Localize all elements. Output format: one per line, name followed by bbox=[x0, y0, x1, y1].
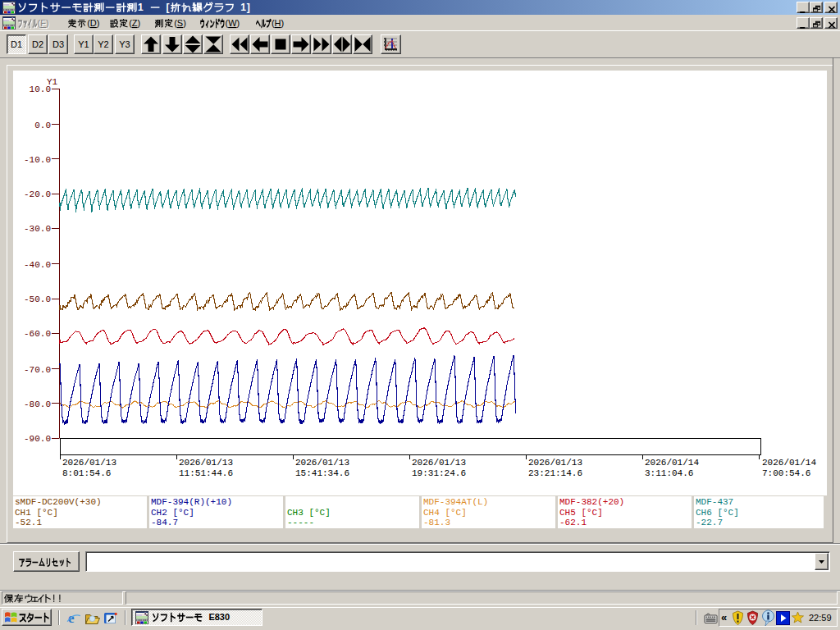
svg-text:(W): (W) bbox=[226, 18, 240, 28]
svg-text:-50.0: -50.0 bbox=[24, 294, 51, 304]
svg-text:]: ] bbox=[247, 2, 250, 13]
svg-text:1: 1 bbox=[240, 2, 246, 13]
svg-text:-90.0: -90.0 bbox=[24, 434, 51, 444]
svg-text:0.0: 0.0 bbox=[34, 121, 51, 130]
svg-text:-40.0: -40.0 bbox=[24, 260, 51, 270]
svg-text:[: [ bbox=[167, 2, 170, 13]
svg-text:E830: E830 bbox=[208, 612, 230, 622]
svg-text:(H): (H) bbox=[272, 18, 284, 28]
svg-text:1: 1 bbox=[138, 2, 144, 13]
svg-text:(Z): (Z) bbox=[129, 18, 140, 28]
svg-text:Y1: Y1 bbox=[47, 77, 58, 87]
svg-text:(S): (S) bbox=[174, 18, 186, 28]
svg-text:(F): (F) bbox=[38, 18, 49, 28]
svg-text:-60.0: -60.0 bbox=[24, 329, 51, 339]
svg-text:-10.0: -10.0 bbox=[24, 155, 51, 165]
svg-text:-30.0: -30.0 bbox=[24, 224, 51, 234]
svg-text:-20.0: -20.0 bbox=[24, 189, 51, 199]
svg-text:(D): (D) bbox=[87, 18, 99, 28]
svg-text:-80.0: -80.0 bbox=[24, 399, 51, 409]
svg-text:-70.0: -70.0 bbox=[24, 365, 51, 375]
